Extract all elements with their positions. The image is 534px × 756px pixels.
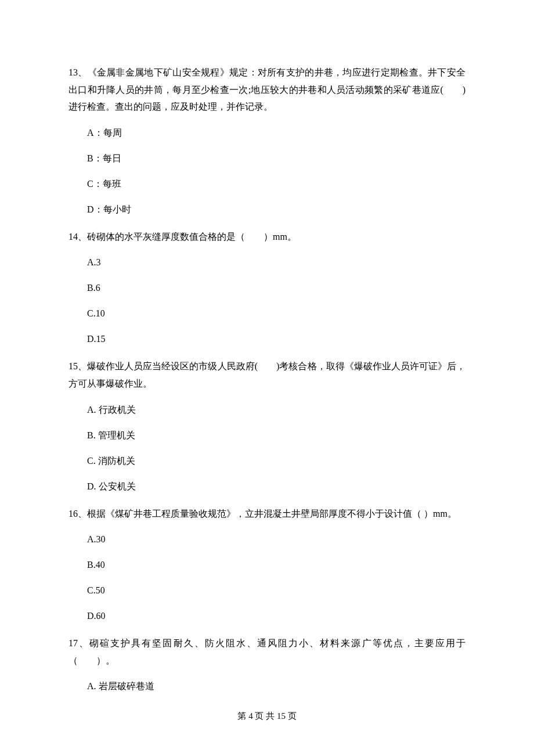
option-c: C：每班 [87, 177, 466, 191]
option-a: A：每周 [87, 126, 466, 140]
options-list: A.30 B.40 C.50 D.60 [68, 532, 466, 623]
question-text: 17、砌碹支护具有坚固耐久、防火阻水、通风阻力小、材料来源广等优点，主要应用于（… [68, 635, 466, 669]
question-number: 14、 [68, 232, 87, 242]
option-d: D. 公安机关 [87, 480, 466, 494]
option-d: D.60 [87, 609, 466, 623]
option-a: A.30 [87, 532, 466, 546]
option-b: B.40 [87, 558, 466, 572]
question-number: 16、 [68, 509, 87, 519]
question-body: 《金属非金属地下矿山安全规程》规定：对所有支护的井巷，均应进行定期检查。井下安全… [68, 67, 466, 111]
question-15: 15、爆破作业人员应当经设区的市级人民政府( )考核合格，取得《爆破作业人员许可… [68, 358, 466, 493]
page-footer: 第 4 页 共 15 页 [0, 710, 534, 723]
question-body: 砌碹支护具有坚固耐久、防火阻水、通风阻力小、材料来源广等优点，主要应用于（ ）。 [68, 638, 466, 665]
question-text: 13、《金属非金属地下矿山安全规程》规定：对所有支护的井巷，均应进行定期检查。井… [68, 64, 466, 116]
question-number: 13、 [68, 67, 88, 77]
option-a: A. 行政机关 [87, 403, 466, 417]
options-list: A. 行政机关 B. 管理机关 C. 消防机关 D. 公安机关 [68, 403, 466, 494]
option-c: C.10 [87, 307, 466, 321]
options-list: A. 岩层破碎巷道 [68, 679, 466, 693]
option-a: A. 岩层破碎巷道 [87, 679, 466, 693]
question-number: 17、 [68, 638, 89, 648]
option-c: C.50 [87, 584, 466, 597]
question-body: 爆破作业人员应当经设区的市级人民政府( )考核合格，取得《爆破作业人员许可证》后… [68, 361, 466, 388]
question-14: 14、砖砌体的水平灰缝厚度数值合格的是（ ）mm。 A.3 B.6 C.10 D… [68, 228, 466, 347]
question-17: 17、砌碹支护具有坚固耐久、防火阻水、通风阻力小、材料来源广等优点，主要应用于（… [68, 635, 466, 693]
question-text: 16、根据《煤矿井巷工程质量验收规范》，立井混凝土井壁局部厚度不得小于设计值（ … [68, 505, 466, 523]
question-text: 15、爆破作业人员应当经设区的市级人民政府( )考核合格，取得《爆破作业人员许可… [68, 358, 466, 392]
options-list: A.3 B.6 C.10 D.15 [68, 255, 466, 346]
page-content: 13、《金属非金属地下矿山安全规程》规定：对所有支护的井巷，均应进行定期检查。井… [0, 0, 534, 693]
option-c: C. 消防机关 [87, 454, 466, 468]
question-body: 砖砌体的水平灰缝厚度数值合格的是（ ）mm。 [87, 232, 297, 242]
question-text: 14、砖砌体的水平灰缝厚度数值合格的是（ ）mm。 [68, 228, 466, 246]
option-b: B.6 [87, 281, 466, 295]
option-d: D：每小时 [87, 203, 466, 217]
option-a: A.3 [87, 255, 466, 269]
question-13: 13、《金属非金属地下矿山安全规程》规定：对所有支护的井巷，均应进行定期检查。井… [68, 64, 466, 217]
question-number: 15、 [68, 361, 87, 371]
option-d: D.15 [87, 332, 466, 346]
question-16: 16、根据《煤矿井巷工程质量验收规范》，立井混凝土井壁局部厚度不得小于设计值（ … [68, 505, 466, 624]
options-list: A：每周 B：每日 C：每班 D：每小时 [68, 126, 466, 217]
question-body: 根据《煤矿井巷工程质量验收规范》，立井混凝土井壁局部厚度不得小于设计值（ ）mm… [87, 509, 457, 519]
option-b: B：每日 [87, 152, 466, 165]
option-b: B. 管理机关 [87, 429, 466, 442]
